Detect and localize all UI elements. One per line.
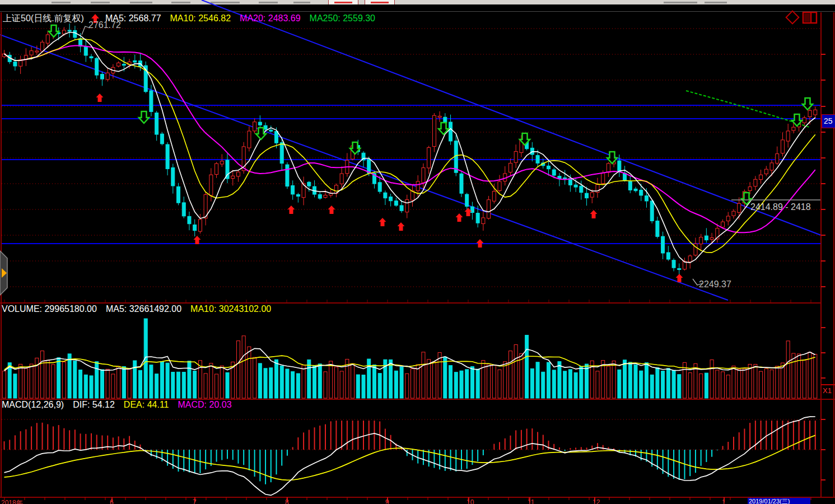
volume-ma10-value: MA10: 30243102.00 (190, 304, 271, 314)
chart-area[interactable] (0, 0, 835, 504)
symbol-title: 上证50(日线.前复权) (3, 13, 84, 26)
dea-value: DEA: 44.11 (124, 400, 169, 410)
ma20-value: MA20: 2483.69 (240, 13, 301, 26)
low-price-annotation: 2249.37 (699, 279, 731, 290)
macd-header: MACD(12,26,9) DIF: 54.12 DEA: 44.11 MACD… (2, 400, 232, 410)
month-label: 6 (110, 498, 114, 504)
main-chart-header: 上证50(日线.前复权) MA5: 2568.77 MA10: 2546.82 … (3, 13, 375, 26)
ma10-value: MA10: 2546.82 (170, 13, 231, 26)
year-axis-label: 2018年 (1, 498, 23, 504)
trading-app-window: 上证50(日线.前复权) MA5: 2568.77 MA10: 2546.82 … (0, 0, 835, 504)
dif-value: DIF: 54.12 (73, 400, 115, 410)
volume-scale-label: X1 (823, 386, 832, 395)
month-label: 10 (467, 498, 474, 504)
month-label: 9 (385, 498, 389, 504)
date-axis-badge: 2019/01/23(三) (748, 498, 810, 504)
price-axis-badge: 25 (822, 114, 835, 128)
month-label: 7 (193, 498, 197, 504)
volume-ma5-value: MA5: 32661492.00 (106, 304, 181, 314)
macd-value: MACD: 20.03 (178, 400, 232, 410)
month-label: 12 (593, 498, 600, 504)
ma250-value: MA250: 2559.30 (310, 13, 375, 26)
high-price-annotation: 2761.72 (88, 20, 121, 30)
month-label: 1 (722, 498, 726, 504)
month-label: 11 (528, 498, 534, 504)
month-label: 8 (285, 498, 289, 504)
volume-value: VOLUME: 29965180.00 (2, 304, 97, 314)
macd-name: MACD(12,26,9) (2, 400, 64, 410)
range-annotation: 2414.89 - 2418 (750, 202, 811, 212)
volume-header: VOLUME: 29965180.00 MA5: 32661492.00 MA1… (2, 304, 271, 314)
